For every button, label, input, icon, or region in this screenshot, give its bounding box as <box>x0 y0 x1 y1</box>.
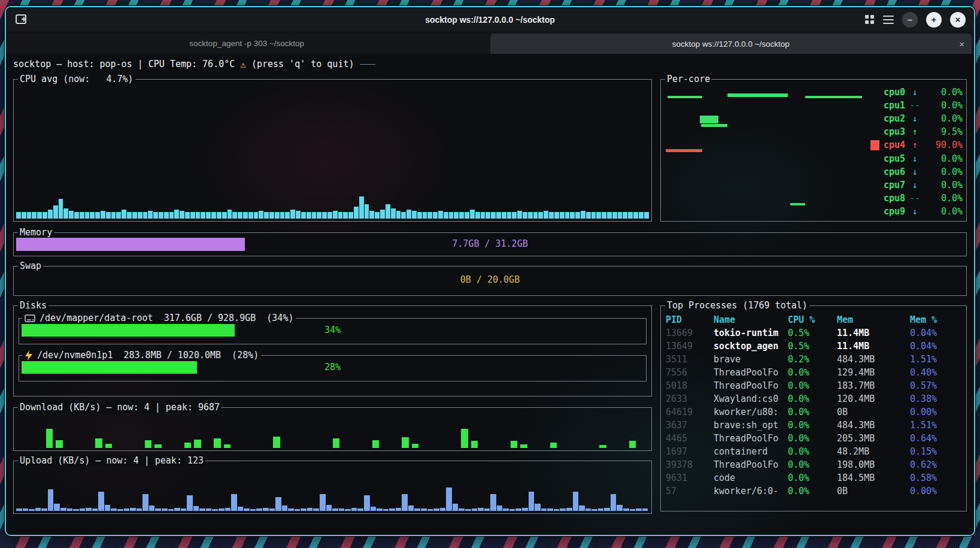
col-mem: Mem <box>837 313 910 326</box>
process-row[interactable]: 5018 ThreadPoolFo 0.0% 183.7MB 0.57% <box>666 379 961 392</box>
warning-icon: ⚠ <box>240 58 246 71</box>
terminal-window: socktop ws://127.0.0.0 ~/socktop – + × s… <box>5 6 975 536</box>
process-row[interactable]: 1697 containerd 0.0% 48.2MB 0.15% <box>666 445 961 458</box>
process-cpu: 0.0% <box>788 432 837 445</box>
core-usage: 0.0% <box>924 153 963 165</box>
process-name: ThreadPoolFo <box>714 458 788 471</box>
window-controls: – + × <box>865 12 966 28</box>
process-row[interactable]: 2633 Xwayland:cs0 0.0% 120.4MB 0.38% <box>666 392 961 405</box>
disk-usage-label: /dev/mapper/data-root 317.6GB / 928.9GB … <box>40 312 293 325</box>
per-core-chart <box>665 87 867 217</box>
core-name: cpu0 <box>884 86 905 99</box>
process-cpu: 0.5% <box>788 340 837 353</box>
processes-panel: Top Processes (1769 total) PID Name CPU … <box>660 305 967 511</box>
process-mem: 0B <box>837 485 910 498</box>
window-title: socktop ws://127.0.0.0 ~/socktop <box>6 15 974 25</box>
process-name: socktop_agen <box>714 340 788 353</box>
col-memp: Mem % <box>910 313 961 326</box>
titlebar[interactable]: socktop ws://127.0.0.0 ~/socktop – + × <box>6 7 974 32</box>
core-row: cpu0 ↓ 0.0% <box>884 87 963 98</box>
bottom-row: Disks /dev/mapper/data-root 317.6GB / 92… <box>13 305 967 514</box>
maximize-button[interactable]: + <box>926 12 942 28</box>
process-name: Xwayland:cs0 <box>714 392 788 405</box>
process-row[interactable]: 3511 brave 0.2% 484.3MB 1.51% <box>666 353 961 366</box>
col-pid: PID <box>666 313 714 326</box>
core-row: cpu9 ↓ 0.0% <box>884 206 963 217</box>
process-cpu: 0.0% <box>788 445 837 458</box>
process-mem: 0B <box>837 405 910 419</box>
process-row[interactable]: 9631 code 0.0% 184.5MB 0.58% <box>666 471 961 485</box>
process-mem-percent: 0.62% <box>910 458 961 471</box>
process-cpu: 0.0% <box>788 405 837 419</box>
close-button[interactable]: × <box>950 12 966 28</box>
process-name: kworker/u80: <box>714 405 788 419</box>
process-row[interactable]: 57 kworker/6:0- 0.0% 0B 0.00% <box>666 485 961 498</box>
process-cpu: 0.0% <box>788 419 837 432</box>
process-mem-percent: 0.15% <box>910 445 961 458</box>
process-name: brave <box>714 353 788 366</box>
process-mem-percent: 0.00% <box>910 405 961 419</box>
core-trend-icon: ↓ <box>909 113 920 125</box>
core-row: cpu4 ↑ 90.0% <box>884 140 963 151</box>
core-usage: 0.0% <box>924 192 963 205</box>
process-row[interactable]: 64619 kworker/u80: 0.0% 0B 0.00% <box>666 405 961 419</box>
disk-box: /dev/mapper/data-root 317.6GB / 928.9GB … <box>19 318 647 344</box>
tab-socktop-active[interactable]: socktop ws://127.0.0.0 ~/socktop × <box>490 34 972 54</box>
tab-close-icon[interactable]: × <box>959 39 964 49</box>
process-table-header: PID Name CPU % Mem Mem % <box>666 313 961 326</box>
process-row[interactable]: 4465 ThreadPoolFo 0.0% 205.3MB 0.64% <box>666 432 961 445</box>
tab-overview-icon[interactable] <box>865 15 875 25</box>
core-trend-icon: ↓ <box>909 205 920 218</box>
core-usage: 0.0% <box>924 166 963 178</box>
process-mem-percent: 0.04% <box>910 340 961 353</box>
process-cpu: 0.0% <box>788 458 837 471</box>
process-row[interactable]: 13669 tokio-runtim 0.5% 11.4MB 0.04% <box>666 326 961 340</box>
process-pid: 5018 <box>666 379 714 392</box>
menu-icon[interactable] <box>883 16 894 24</box>
download-panel: Download (KB/s) — now: 4 | peak: 9687 <box>13 407 652 451</box>
process-cpu: 0.5% <box>788 326 837 340</box>
core-name: cpu6 <box>884 166 905 178</box>
process-pid: 57 <box>666 485 714 498</box>
process-mem: 205.3MB <box>837 432 910 445</box>
disk-usage-percent: 34% <box>19 324 646 337</box>
process-pid: 9631 <box>666 471 714 485</box>
upload-title: Upload (KB/s) — now: 4 | peak: 123 <box>18 455 205 467</box>
tab-bar: socktop_agent -p 303 ~/socktop socktop w… <box>6 32 974 54</box>
core-trend-icon: ↓ <box>909 86 920 99</box>
process-row[interactable]: 3637 brave:sh_opt 0.0% 484.3MB 1.51% <box>666 419 961 432</box>
process-mem: 11.4MB <box>837 340 910 353</box>
memory-panel: Memory 7.7GB / 31.2GB <box>13 232 967 256</box>
process-mem-percent: 0.58% <box>910 471 961 485</box>
terminal-content: socktop — host: pop-os | CPU Temp: 76.0°… <box>6 54 974 535</box>
process-pid: 3637 <box>666 419 714 432</box>
core-trend-icon: ↑ <box>909 126 920 138</box>
processes-title: Top Processes (1769 total) <box>665 299 809 311</box>
process-cpu: 0.2% <box>788 353 837 366</box>
tab-label: socktop ws://127.0.0.0 ~/socktop <box>672 40 790 49</box>
process-row[interactable]: 7556 ThreadPoolFo 0.0% 129.4MB 0.40% <box>666 366 961 379</box>
process-name: code <box>714 471 788 485</box>
process-mem-percent: 0.57% <box>910 379 961 392</box>
swap-panel: Swap 0B / 20.0GB <box>13 266 967 296</box>
disk-usage-percent: 28% <box>19 361 646 374</box>
process-row[interactable]: 39378 ThreadPoolFo 0.0% 198.0MB 0.62% <box>666 458 961 471</box>
process-cpu: 0.0% <box>788 485 837 498</box>
per-core-panel: Per-core cpu0 ↓ 0.0% <box>660 79 967 222</box>
core-usage: 0.0% <box>924 205 963 218</box>
process-name: ThreadPoolFo <box>714 366 788 379</box>
drive-icon <box>25 350 33 361</box>
header-rule <box>360 64 375 65</box>
tab-socktop-agent[interactable]: socktop_agent -p 303 ~/socktop <box>6 32 488 54</box>
minimize-button[interactable]: – <box>902 12 918 28</box>
process-row[interactable]: 13649 socktop_agen 0.5% 11.4MB 0.04% <box>666 340 961 353</box>
host-info: socktop — host: pop-os | CPU Temp: 76.0°… <box>13 58 235 71</box>
core-name: cpu1 <box>884 99 905 112</box>
core-row: cpu3 ↑ 9.5% <box>884 126 963 138</box>
core-row: cpu7 ↓ 0.0% <box>884 180 963 191</box>
app-header: socktop — host: pop-os | CPU Temp: 76.0°… <box>13 57 967 71</box>
process-name: kworker/6:0- <box>714 485 788 498</box>
col-cpu: CPU % <box>788 313 837 326</box>
process-pid: 4465 <box>666 432 714 445</box>
swap-title: Swap <box>18 260 43 272</box>
